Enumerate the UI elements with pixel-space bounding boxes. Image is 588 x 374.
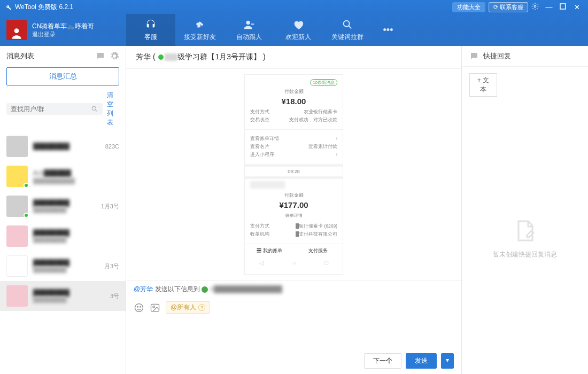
- input-area: @所有人?: [126, 298, 461, 349]
- mention-all-chip[interactable]: @所有人?: [166, 301, 210, 314]
- svg-point-0: [534, 5, 536, 7]
- avatar: [6, 166, 28, 187]
- svg-point-8: [140, 306, 141, 307]
- heart-icon: [292, 19, 304, 30]
- handshake-icon: [194, 19, 206, 30]
- add-text-button[interactable]: + 文本: [469, 73, 497, 97]
- search-icon: [91, 105, 98, 113]
- svg-point-2: [14, 28, 19, 33]
- svg-point-3: [246, 20, 250, 24]
- svg-point-10: [153, 306, 154, 307]
- person-remove-icon: [243, 19, 255, 30]
- app-title: WeTool 免费版 6.2.1: [15, 3, 449, 12]
- payment-screenshot: 10条新消息 付款金额 ¥18.00 支付方式农业银行储蓄卡 交易状态支付成功，…: [244, 74, 343, 275]
- quick-reply-title: 快捷回复: [483, 51, 511, 61]
- emoji-icon[interactable]: [134, 302, 144, 313]
- svg-rect-1: [560, 4, 566, 9]
- user-avatar[interactable]: [6, 20, 27, 40]
- gear-icon[interactable]: [110, 51, 119, 61]
- circle-icon: ○: [292, 260, 296, 267]
- username: CN骑着单车🚲哼着哥: [32, 22, 94, 30]
- avatar: [6, 255, 28, 277]
- header: CN骑着单车🚲哼着哥 退出登录 客服 接受新好友 自动踢人 欢迎新人: [0, 14, 588, 46]
- ellipsis-icon: •••: [383, 25, 393, 36]
- headset-icon: ⟳: [493, 4, 498, 10]
- sidebar: 消息列表 消息汇总 清空列表 ████████ 823C: [0, 46, 126, 374]
- search-box[interactable]: [6, 103, 103, 115]
- summary-button[interactable]: 消息汇总: [6, 67, 119, 85]
- triangle-icon: ◁: [259, 260, 264, 267]
- reply-context: @芳华 发送以下信息到 A███████████████: [126, 280, 461, 298]
- search-input[interactable]: [11, 105, 91, 113]
- clear-list-link[interactable]: 清空列表: [107, 91, 119, 127]
- nav-customer-service[interactable]: 客服: [126, 14, 175, 46]
- send-dropdown[interactable]: ▾: [441, 353, 454, 369]
- avatar: [6, 285, 28, 307]
- close-button[interactable]: ✕: [570, 3, 584, 11]
- minimize-button[interactable]: —: [542, 3, 556, 11]
- svg-point-4: [344, 20, 350, 26]
- user-block: CN骑着单车🚲哼着哥 退出登录: [0, 14, 126, 46]
- chat-bubble-icon: [469, 51, 479, 61]
- maximize-button[interactable]: [556, 3, 570, 11]
- image-icon[interactable]: [150, 302, 160, 313]
- globe-icon: [202, 286, 208, 293]
- chat-messages[interactable]: 10条新消息 付款金额 ¥18.00 支付方式农业银行储蓄卡 交易状态支付成功，…: [126, 69, 461, 280]
- message-input[interactable]: [134, 317, 454, 349]
- svg-point-5: [92, 106, 96, 110]
- headset-icon: [145, 19, 157, 30]
- features-button[interactable]: 功能大全: [452, 2, 485, 12]
- conversation-item[interactable]: ████████████████ 3号: [0, 281, 126, 311]
- conversation-item[interactable]: ████████████████ 月3号: [0, 251, 126, 281]
- chat-panel: 芳华 ( 级学习群【1月3号开课】 ) 10条新消息 付款金额 ¥18.00 支…: [126, 46, 462, 374]
- avatar: [6, 136, 28, 157]
- conversation-item[interactable]: ████████████████ 1月3号: [0, 191, 126, 221]
- wrench-icon: [4, 3, 12, 11]
- chat-title: 芳华 ( 级学习群【1月3号开课】 ): [126, 46, 461, 69]
- logout-link[interactable]: 退出登录: [32, 30, 94, 38]
- main-nav: 客服 接受新好友 自动踢人 欢迎新人 关键词拉群 •••: [126, 14, 404, 46]
- sidebar-title: 消息列表: [6, 51, 34, 61]
- help-icon: ?: [198, 304, 205, 311]
- next-button[interactable]: 下一个: [364, 353, 401, 369]
- conversation-list: ████████ 823C A小████████████████ ███████…: [0, 131, 126, 374]
- conversation-item[interactable]: ████████ 823C: [0, 131, 126, 161]
- caret-down-icon: ▾: [446, 356, 449, 364]
- quick-reply-panel: 快捷回复 + 文本 暂未创建快捷回复消息: [462, 46, 588, 374]
- chat-icon[interactable]: [96, 51, 105, 61]
- nav-auto-kick[interactable]: 自动踢人: [225, 14, 274, 46]
- svg-point-7: [137, 306, 138, 307]
- magnifier-icon: [342, 19, 353, 30]
- nav-more[interactable]: •••: [372, 14, 404, 46]
- settings-icon[interactable]: [528, 3, 542, 12]
- nav-accept-friends[interactable]: 接受新好友: [175, 14, 225, 46]
- svg-point-6: [135, 303, 143, 311]
- quick-reply-empty: 暂未创建快捷回复消息: [462, 103, 588, 374]
- send-button[interactable]: 发送: [406, 353, 437, 369]
- online-dot-icon: [158, 54, 164, 60]
- support-button[interactable]: ⟳ 联系客服: [489, 2, 528, 12]
- note-edit-icon: [512, 218, 538, 244]
- avatar: [6, 225, 28, 247]
- conversation-item[interactable]: ████████████████: [0, 221, 126, 251]
- nav-welcome[interactable]: 欢迎新人: [274, 14, 323, 46]
- avatar: [6, 196, 28, 217]
- nav-keyword-group[interactable]: 关键词拉群: [323, 14, 372, 46]
- square-icon: □: [324, 260, 328, 267]
- conversation-item[interactable]: A小████████████████: [0, 161, 126, 191]
- title-bar: WeTool 免费版 6.2.1 功能大全 ⟳ 联系客服 — ✕: [0, 0, 588, 14]
- svg-rect-9: [151, 304, 159, 311]
